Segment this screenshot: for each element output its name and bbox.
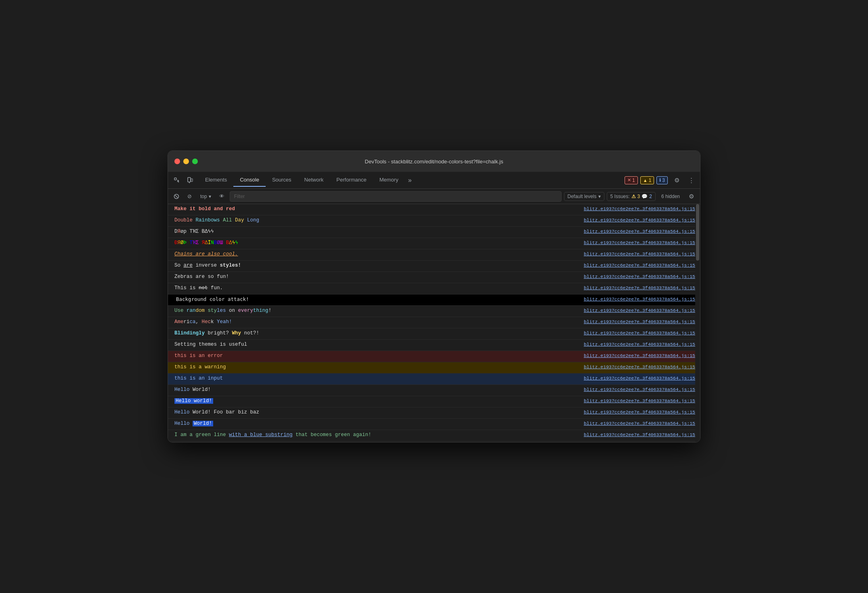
log-source[interactable]: blitz.e1937cc6e2ee7e…3f4063378a564.js:15 [584,397,695,404]
hidden-badge: 6 hidden [658,192,683,200]
log-source[interactable]: blitz.e1937cc6e2ee7e…3f4063378a564.js:15 [584,341,695,348]
badge-group: ✕ 1 ▲ 1 ℹ 3 [625,176,668,184]
warning-count: 1 [649,177,652,183]
devtools-tab-bar: Elements Console Sources Network Perform… [168,172,700,189]
log-source[interactable]: blitz.e1937cc6e2ee7e…3f4063378a564.js:15 [584,205,695,212]
info-badge[interactable]: ℹ 3 [656,176,668,184]
issues-warn-count: 3 [637,194,640,199]
filter-input[interactable] [230,191,562,202]
log-row: So are inverse styles! blitz.e1937cc6e2e… [168,261,700,272]
inspect-element-button[interactable] [171,175,182,186]
device-toolbar-button[interactable] [184,175,195,186]
scrollbar-thumb[interactable] [696,204,699,261]
console-output[interactable]: Make it bold and red blitz.e1937cc6e2ee7… [168,204,700,442]
log-source[interactable]: blitz.e1937cc6e2ee7e…3f4063378a564.js:15 [584,420,695,427]
log-source[interactable]: blitz.e1937cc6e2ee7e…3f4063378a564.js:15 [584,363,695,370]
log-row: Double Rainbows All Day Long blitz.e1937… [168,215,700,227]
error-badge[interactable]: ✕ 1 [625,176,638,184]
log-source[interactable]: blitz.e1937cc6e2ee7e…3f4063378a564.js:15 [584,262,695,269]
log-source[interactable]: blitz.e1937cc6e2ee7e…3f4063378a564.js:15 [584,284,695,291]
log-row: Blindingly bright? Why not?! blitz.e1937… [168,328,700,340]
block-button[interactable]: ⊘ [184,191,195,202]
warning-icon: ▲ [643,178,648,183]
log-message: America, Heck Yeah! [174,318,577,326]
log-message: Use random styles on everything! [174,307,577,315]
log-message: Hello World! [174,386,577,394]
issues-info-count: 2 [649,194,652,199]
info-icon: ℹ [659,177,661,183]
tab-console[interactable]: Console [233,173,266,187]
issues-label: 5 Issues: [610,194,630,199]
svg-rect-0 [174,178,176,180]
window-title: DevTools - stackblitz.com/edit/node-colo… [365,159,503,165]
log-row: Hello World! Foo bar biz baz blitz.e1937… [168,407,700,419]
levels-label: Default levels [568,194,597,199]
svg-rect-3 [191,179,193,182]
log-source[interactable]: blitz.e1937cc6e2ee7e…3f4063378a564.js:15 [584,375,695,382]
log-row: Zebras are so fun! blitz.e1937cc6e2ee7e…… [168,272,700,283]
log-source[interactable]: blitz.e1937cc6e2ee7e…3f4063378a564.js:15 [584,273,695,280]
log-source[interactable]: blitz.e1937cc6e2ee7e…3f4063378a564.js:15 [584,318,695,325]
console-toolbar: ⊘ top ▾ 👁 Default levels ▾ 5 Issues: ⚠ 3… [168,189,700,204]
log-row: Hello World! blitz.e1937cc6e2ee7e…3f4063… [168,419,700,430]
log-row: Setting themes is useful blitz.e1937cc6e… [168,340,700,351]
log-source[interactable]: blitz.e1937cc6e2ee7e…3f4063378a564.js:15 [584,431,695,438]
svg-rect-2 [189,182,190,183]
close-button[interactable] [174,159,180,164]
log-row: America, Heck Yeah! blitz.e1937cc6e2ee7e… [168,317,700,328]
minimize-button[interactable] [183,159,189,164]
clear-console-button[interactable] [171,191,182,202]
tab-memory[interactable]: Memory [373,173,405,187]
settings-button[interactable]: ⚙ [671,175,682,186]
log-message: Setting themes is useful [174,341,577,349]
log-source[interactable]: blitz.e1937cc6e2ee7e…3f4063378a564.js:15 [584,239,695,246]
issues-badge[interactable]: 5 Issues: ⚠ 3 💬 2 [607,192,656,201]
more-options-button[interactable]: ⋮ [686,175,697,186]
log-source[interactable]: blitz.e1937cc6e2ee7e…3f4063378a564.js:15 [584,330,695,336]
log-source[interactable]: blitz.e1937cc6e2ee7e…3f4063378a564.js:15 [584,296,695,303]
devtools-window: DevTools - stackblitz.com/edit/node-colo… [168,150,700,443]
scrollbar-track [695,204,700,442]
log-source[interactable]: blitz.e1937cc6e2ee7e…3f4063378a564.js:15 [584,251,695,257]
log-message: DЯøp ΤΉΣ ВΔϟϟ [174,228,577,236]
log-row: Make it bold and red blitz.e1937cc6e2ee7… [168,204,700,215]
svg-rect-1 [188,177,191,182]
log-message: I am a green line with a blue substring … [174,431,577,439]
maximize-button[interactable] [192,159,198,164]
tab-icon-group [171,175,195,186]
log-message: this is an input [174,375,577,382]
log-message: this is an error [174,352,577,360]
log-message: Double Rainbows All Day Long [174,217,577,224]
warning-badge[interactable]: ▲ 1 [640,176,654,184]
error-icon: ✕ [627,177,631,183]
tab-elements[interactable]: Elements [199,173,233,187]
issues-warn-icon: ⚠ [631,194,636,199]
title-bar: DevTools - stackblitz.com/edit/node-colo… [168,151,700,172]
tab-network[interactable]: Network [298,173,330,187]
tab-performance[interactable]: Performance [330,173,373,187]
log-levels-selector[interactable]: Default levels ▾ [564,192,604,201]
log-source[interactable]: blitz.e1937cc6e2ee7e…3f4063378a564.js:15 [584,386,695,393]
log-source[interactable]: blitz.e1937cc6e2ee7e…3f4063378a564.js:15 [584,217,695,223]
devtools-tabs: Elements Console Sources Network Perform… [199,173,625,187]
log-message: Make it bold and red [174,205,577,213]
log-source[interactable]: blitz.e1937cc6e2ee7e…3f4063378a564.js:15 [584,352,695,359]
more-tabs-button[interactable]: » [405,175,415,186]
log-row: Hello world! blitz.e1937cc6e2ee7e…3f4063… [168,396,700,407]
log-source[interactable]: blitz.e1937cc6e2ee7e…3f4063378a564.js:15 [584,228,695,235]
tab-sources[interactable]: Sources [266,173,298,187]
log-row: Background color attack! blitz.e1937cc6e… [168,294,700,306]
context-selector[interactable]: top ▾ [197,192,214,200]
eye-button[interactable]: 👁 [217,191,227,202]
console-settings-button[interactable]: ⚙ [686,191,697,202]
levels-chevron: ▾ [598,194,601,199]
log-row-info: this is an input blitz.e1937cc6e2ee7e…3f… [168,374,700,385]
log-message: Hello World! Foo bar biz baz [174,409,577,416]
traffic-lights [174,159,198,164]
log-message: So are inverse styles! [174,262,577,269]
log-message: Blindingly bright? Why not?! [174,330,577,337]
log-row: Chains are also cool. blitz.e1937cc6e2ee… [168,249,700,261]
log-row: This is not fun. blitz.e1937cc6e2ee7e…3f… [168,283,700,294]
log-source[interactable]: blitz.e1937cc6e2ee7e…3f4063378a564.js:15 [584,409,695,416]
log-source[interactable]: blitz.e1937cc6e2ee7e…3f4063378a564.js:15 [584,307,695,314]
